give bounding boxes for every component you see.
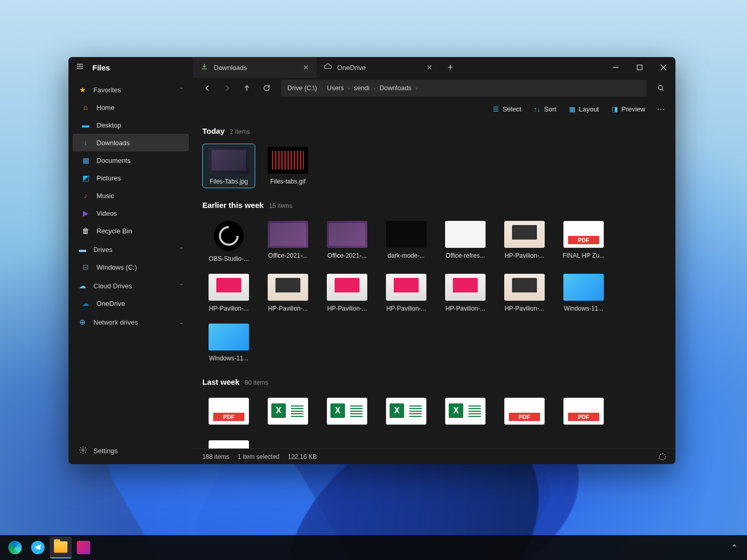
layout-button[interactable]: ▦Layout (564, 102, 604, 116)
sidebar-item-home[interactable]: ⌂ Home (73, 99, 189, 116)
file-item[interactable] (380, 395, 433, 432)
sidebar-item-onedrive[interactable]: ☁ OneDrive (73, 295, 189, 312)
file-item[interactable]: HP-Pavilion-... (498, 271, 551, 315)
file-thumbnail (268, 398, 308, 425)
file-item[interactable] (557, 395, 610, 432)
sidebar-item-label: Music (96, 192, 114, 200)
file-item[interactable]: HP-Pavilion-... (202, 271, 255, 315)
sidebar-item-recycle-bin[interactable]: 🗑 Recycle Bin (73, 222, 189, 240)
tab-onedrive[interactable]: OneDrive ✕ (316, 57, 440, 78)
file-item[interactable] (202, 395, 255, 432)
sidebar-section-network[interactable]: ⊕ Network drives ⌄ (73, 313, 189, 331)
file-thumbnail (268, 274, 308, 301)
file-item[interactable]: HP-Pavilion-... (321, 271, 374, 315)
preview-icon: ◨ (612, 105, 618, 113)
taskbar-affinity[interactable] (73, 537, 94, 558)
file-name: Windows-11... (204, 355, 253, 362)
cloud-icon (324, 63, 332, 73)
file-item[interactable] (439, 395, 492, 432)
search-button[interactable] (653, 80, 669, 96)
crumb[interactable]: Drive (C:\) (287, 85, 317, 92)
toolbar: ☰Select ↑↓Sort ▦Layout ◨Preview ⋯ (193, 99, 675, 119)
file-thumbnail (327, 274, 367, 301)
file-thumbnail (209, 147, 249, 174)
sort-button[interactable]: ↑↓Sort (529, 102, 562, 116)
sidebar-item-music[interactable]: ♪ Music (73, 187, 189, 204)
sidebar-item-downloads[interactable]: ↓ Downloads (73, 134, 189, 151)
taskbar-telegram[interactable] (27, 537, 49, 558)
sidebar-section-favorites[interactable]: ★ Favorites ⌃ (73, 81, 189, 99)
files-content[interactable]: Today2 itemsFiles-Tabs.jpgFiles-tabs.gif… (193, 119, 675, 449)
more-button[interactable]: ⋯ (653, 101, 669, 117)
sidebar-item-label: Recycle Bin (96, 227, 132, 235)
sidebar-item-pictures[interactable]: ◩ Pictures (73, 169, 189, 187)
breadcrumb[interactable]: Drive (C:\)› Users› sendi› Downloads› (281, 80, 646, 96)
sidebar-item-documents[interactable]: ▦ Documents (73, 151, 189, 169)
svg-rect-4 (637, 65, 642, 69)
crumb[interactable]: Downloads (380, 85, 412, 92)
file-item[interactable]: Office-2021-... (261, 218, 314, 265)
sidebar-item-label: Desktop (96, 121, 121, 129)
file-item[interactable]: Windows-11... (202, 320, 255, 365)
up-button[interactable] (239, 80, 255, 96)
file-item[interactable] (261, 395, 314, 432)
file-item[interactable]: dark-mode-... (380, 218, 433, 265)
file-item[interactable]: OBS-Studio-... (202, 218, 255, 265)
group-title: Last week (202, 377, 240, 386)
titlebar: Files Downloads ✕ OneDrive ✕ + (68, 57, 675, 78)
file-item[interactable] (202, 437, 255, 449)
group-count: 15 items (269, 202, 292, 209)
file-item[interactable]: Office-2021-... (321, 218, 374, 265)
select-button[interactable]: ☰Select (488, 102, 527, 116)
file-item[interactable]: Windows-11... (557, 271, 610, 315)
close-button[interactable] (652, 57, 675, 78)
sidebar: ★ Favorites ⌃ ⌂ Home ▬ Desktop ↓ Downloa… (68, 78, 193, 464)
chevron-up-icon[interactable]: ⌃ (731, 543, 738, 553)
close-icon[interactable]: ✕ (303, 63, 309, 72)
crumb[interactable]: Users (327, 85, 344, 92)
file-item[interactable]: Files-tabs.gif (261, 144, 314, 188)
file-item[interactable]: FINAL HP Zu... (557, 218, 610, 265)
file-item[interactable]: HP-Pavilion-... (439, 271, 492, 315)
system-tray[interactable]: ⌃ (731, 543, 743, 553)
tab-downloads[interactable]: Downloads ✕ (193, 57, 316, 78)
taskbar-edge[interactable] (4, 537, 26, 558)
back-button[interactable] (199, 80, 216, 96)
sidebar-item-windows-c[interactable]: ⊟ Windows (C:) (73, 258, 189, 276)
file-item[interactable] (321, 395, 374, 432)
file-item[interactable]: Office-refres... (439, 218, 492, 265)
file-item[interactable]: HP-Pavilion-... (380, 271, 433, 315)
file-item[interactable]: HP-Pavilion-... (498, 218, 551, 265)
group-header[interactable]: Today2 items (202, 121, 666, 139)
section-label: Network drives (93, 318, 138, 326)
nav-row: Drive (C:\)› Users› sendi› Downloads› (193, 78, 675, 99)
group-header[interactable]: Last week80 items (202, 372, 666, 390)
refresh-button[interactable] (258, 80, 275, 96)
sidebar-item-desktop[interactable]: ▬ Desktop (73, 116, 189, 134)
sidebar-section-drives[interactable]: ▬ Drives ⌃ (73, 241, 189, 258)
group-header[interactable]: Earlier this week15 items (202, 195, 666, 214)
minimize-button[interactable] (604, 57, 628, 78)
file-name: Windows-11... (559, 305, 608, 312)
file-item[interactable] (498, 395, 551, 432)
file-item[interactable]: HP-Pavilion-... (261, 271, 314, 315)
telegram-icon (31, 541, 45, 554)
select-icon: ☰ (493, 105, 499, 113)
sidebar-section-cloud[interactable]: ☁ Cloud Drives ⌃ (73, 277, 189, 295)
sidebar-settings[interactable]: Settings (73, 441, 189, 461)
status-size: 122.16 KB (288, 453, 317, 460)
crumb[interactable]: sendi (354, 85, 369, 92)
svg-point-7 (82, 449, 84, 451)
close-icon[interactable]: ✕ (426, 63, 433, 72)
forward-button[interactable] (219, 80, 236, 96)
bin-icon: 🗑 (81, 226, 90, 235)
new-tab-button[interactable]: + (440, 57, 461, 78)
file-item[interactable]: Files-Tabs.jpg (202, 144, 255, 188)
pictures-icon: ◩ (81, 173, 90, 183)
sidebar-item-videos[interactable]: ▶ Videos (73, 204, 189, 222)
maximize-button[interactable] (628, 57, 652, 78)
taskbar-explorer[interactable] (50, 537, 72, 558)
settings-label: Settings (93, 447, 118, 455)
preview-button[interactable]: ◨Preview (606, 102, 651, 116)
hamburger-icon[interactable] (76, 62, 84, 73)
